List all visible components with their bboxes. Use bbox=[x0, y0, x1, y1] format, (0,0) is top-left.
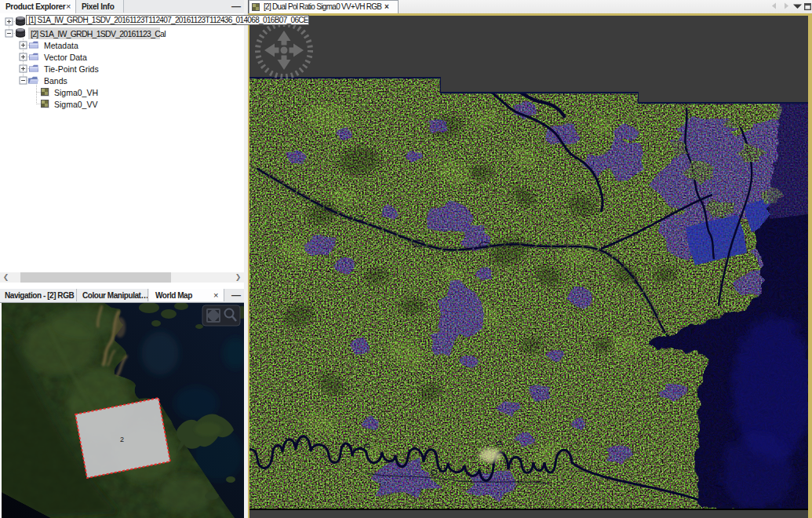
svg-text:Sigma0_VV: Sigma0_VV bbox=[54, 100, 97, 109]
svg-text:Bands: Bands bbox=[44, 76, 67, 86]
svg-text:Tie-Point Grids: Tie-Point Grids bbox=[44, 64, 99, 74]
svg-text:2: 2 bbox=[120, 436, 124, 443]
svg-text:Vector Data: Vector Data bbox=[44, 53, 87, 62]
svg-text:Metadata: Metadata bbox=[44, 41, 78, 50]
svg-text:Sigma0_VH: Sigma0_VH bbox=[54, 88, 98, 97]
svg-text:[2] S1A_IW_GRDH_1SDV_20161123_: [2] S1A_IW_GRDH_1SDV_20161123_Cal bbox=[31, 29, 166, 38]
